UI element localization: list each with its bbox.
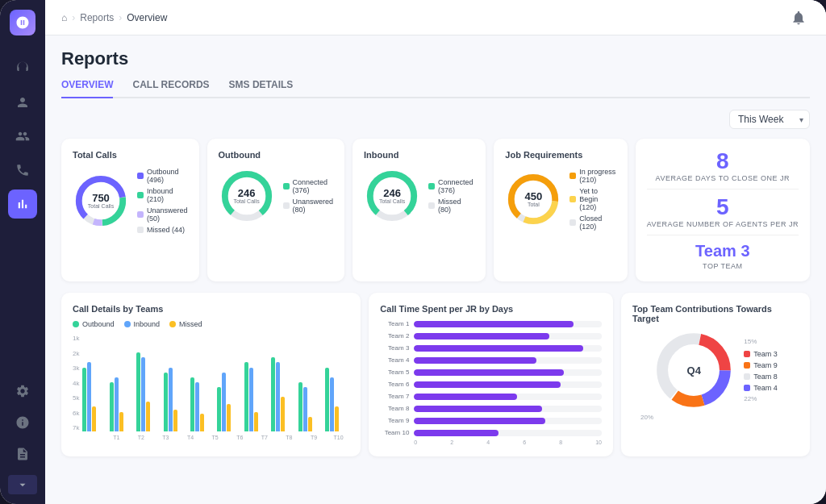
inbound-bar: [169, 368, 173, 431]
avg-days-number: 8: [716, 150, 729, 173]
avg-agents-number: 5: [716, 196, 729, 219]
content-area: Reports OVERVIEW CALL RECORDS SMS DETAIL…: [45, 35, 826, 504]
sidebar-settings[interactable]: [8, 377, 37, 406]
h-bar-team-label: Team 7: [380, 393, 409, 400]
outbound-bar: [271, 357, 275, 431]
h-bar-track: [414, 369, 602, 376]
sidebar-phone[interactable]: [8, 156, 37, 185]
main-content: ⌂ › Reports › Overview Reports OVERVIEW …: [45, 0, 826, 504]
bar-chart-bars: [82, 335, 349, 431]
breadcrumb: ⌂ › Reports › Overview: [61, 12, 167, 23]
outbound-donut: 246 Total Calls: [219, 168, 275, 224]
h-bar-track: [414, 321, 602, 327]
notification-bell[interactable]: [787, 6, 810, 29]
h-bar-row: Team 2: [380, 332, 602, 339]
h-bar-track: [414, 333, 602, 339]
sidebar-expand-btn[interactable]: [8, 475, 37, 494]
inbound-bar: [249, 368, 253, 431]
inbound-bar: [141, 357, 145, 431]
outbound-bar: [298, 382, 302, 431]
outbound-bar: [244, 362, 248, 431]
h-bar-row: Team 1: [380, 320, 602, 327]
outbound-bar: [164, 373, 168, 431]
missed-bar: [200, 414, 204, 431]
sidebar-headphone[interactable]: [8, 54, 37, 83]
h-bar-row: Team 8: [380, 405, 602, 412]
inbound-bar: [115, 377, 119, 431]
missed-bar: [308, 417, 312, 431]
sidebar-info[interactable]: [8, 408, 37, 437]
h-bar-track: [414, 345, 602, 352]
bar-group: [110, 377, 134, 431]
outbound-bar: [136, 352, 140, 431]
inbound-bar: [330, 377, 334, 431]
bar-chart-legend: Outbound Inbound Missed: [73, 320, 349, 328]
sidebar-report[interactable]: [8, 439, 37, 469]
h-bar-row: Team 6: [380, 381, 602, 388]
h-bar-chart-card: Call Time Spent per JR by Days Team 1Tea…: [369, 293, 613, 456]
job-requirements-card: Job Requirements 450 Total: [494, 139, 627, 281]
breadcrumb-home[interactable]: ⌂: [61, 12, 67, 23]
h-bar-track: [414, 394, 602, 400]
h-bar-fill: [414, 430, 499, 436]
h-bar-row: Team 10: [380, 429, 602, 436]
h-bar-team-label: Team 5: [380, 369, 409, 376]
outbound-bar: [217, 387, 221, 431]
sidebar-group[interactable]: [8, 122, 37, 151]
sidebar-chart[interactable]: [8, 190, 37, 219]
outbound-bar: [82, 368, 86, 431]
x-label: T4: [179, 435, 202, 440]
h-bar-row: Team 7: [380, 393, 602, 400]
breadcrumb-reports[interactable]: Reports: [80, 12, 114, 23]
h-bar-row: Team 3: [380, 344, 602, 352]
missed-bar: [254, 412, 258, 431]
h-bar-fill: [414, 369, 564, 376]
missed-bar: [281, 397, 285, 431]
tabs-bar: OVERVIEW CALL RECORDS SMS DETAILS: [61, 79, 810, 98]
tab-call-records[interactable]: CALL RECORDS: [132, 79, 209, 98]
filter-wrap: This Week Last Week This Month: [729, 110, 810, 129]
inbound-bar: [276, 362, 280, 431]
h-bar-fill: [414, 357, 536, 364]
h-bar-track: [414, 406, 602, 412]
stats-cards-row: Total Calls: [61, 139, 810, 281]
bar-chart-card: Call Details by Teams Outbound Inbound M…: [61, 293, 361, 456]
x-label: T6: [228, 435, 251, 440]
x-label: T3: [155, 435, 177, 440]
h-bar-team-label: Team 3: [380, 344, 409, 352]
team-legend: Team 3 Team 9 Team 8 Team 4: [744, 350, 778, 392]
bar-chart-area: 7k 6k 5k 4k 3k 2k 1k T1T2T3T4T5T6T7T8T9T…: [73, 335, 349, 440]
h-bar-title: Call Time Spent per JR by Days: [380, 304, 602, 314]
bar-group: [217, 373, 241, 431]
period-filter[interactable]: This Week Last Week This Month: [729, 110, 810, 129]
outbound-bar: [190, 377, 194, 431]
missed-bar: [335, 406, 339, 431]
job-req-legend: In progress (210) Yet to Begin (120) Clo…: [569, 168, 615, 231]
donut-team-title: Top Team Contributions Towards Target: [632, 304, 799, 323]
outbound-bar: [325, 368, 329, 431]
h-bar-team-label: Team 4: [380, 356, 409, 364]
inbound-number: 246: [379, 188, 405, 198]
outbound-legend: Connected (376) Unanswered (80): [283, 178, 334, 214]
x-labels: T1T2T3T4T5T6T7T8T9T10: [82, 435, 349, 440]
h-bar-chart-rows: Team 1Team 2Team 3Team 4Team 5Team 6Team…: [380, 320, 602, 436]
inbound-bar: [87, 362, 91, 431]
missed-bar: [227, 404, 231, 431]
tab-overview[interactable]: OVERVIEW: [61, 79, 113, 98]
tab-sms-details[interactable]: SMS DETAILS: [229, 79, 294, 98]
x-label: T5: [204, 435, 227, 440]
h-x-labels: 0 2 4 6 8 10: [380, 439, 602, 445]
bar-group: [82, 362, 106, 431]
outbound-card: Outbound 246 Total Calls: [207, 139, 345, 281]
missed-bar: [146, 402, 150, 431]
h-bar-team-label: Team 10: [380, 429, 409, 436]
h-bar-team-label: Team 1: [380, 320, 409, 327]
inbound-bar: [222, 373, 226, 431]
job-req-donut: 450 Total: [505, 171, 561, 227]
inbound-bar: [303, 387, 307, 431]
h-bar-row: Team 5: [380, 369, 602, 376]
x-label: T2: [130, 435, 152, 440]
total-calls-title: Total Calls: [73, 150, 188, 160]
missed-bar: [92, 406, 96, 431]
sidebar-user[interactable]: [8, 88, 37, 117]
